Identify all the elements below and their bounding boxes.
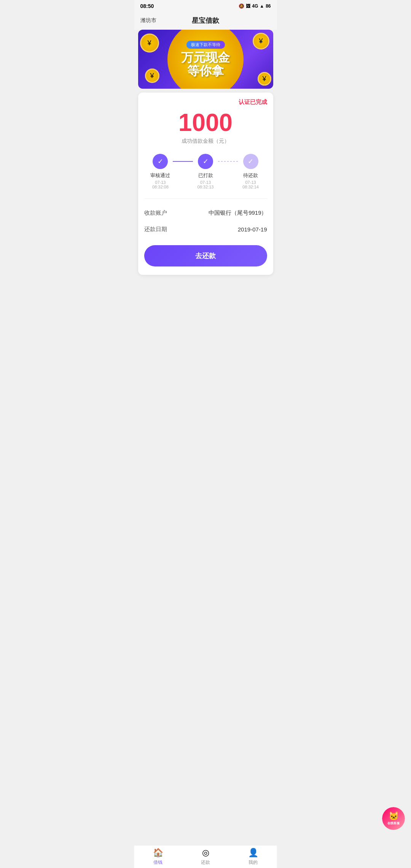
repay-button[interactable]: 去还款 bbox=[144, 245, 267, 266]
app-header: 潍坊市 星宝借款 bbox=[134, 12, 277, 30]
coin-decoration-4: ¥ bbox=[258, 72, 271, 86]
status-bar: 08:50 🔕 🖼 4G ▲ 86 bbox=[134, 0, 277, 12]
nav-repay-label: 还款 bbox=[201, 859, 210, 866]
bottom-navigation: 🏠 借钱 ◎ 还款 👤 我的 bbox=[134, 845, 277, 868]
card-divider bbox=[144, 198, 267, 199]
step-paid-label: 已打款 bbox=[198, 172, 213, 179]
step-paid-icon: ✓ bbox=[198, 154, 213, 169]
status-icons: 🔕 🖼 4G ▲ 86 bbox=[239, 3, 271, 9]
nav-borrow-label: 借钱 bbox=[153, 859, 162, 866]
repay-date-label: 还款日期 bbox=[144, 226, 167, 233]
coin-decoration-1: ¥ bbox=[140, 34, 159, 53]
step-repay-icon: ✓ bbox=[243, 154, 258, 169]
nav-mine[interactable]: 👤 我的 bbox=[229, 846, 277, 868]
coin-decoration-3: ¥ bbox=[253, 33, 269, 49]
step-approved-time: 07-13 08:32:08 bbox=[148, 180, 173, 189]
connector-2 bbox=[218, 161, 238, 162]
nav-repay-icon: ◎ bbox=[202, 848, 209, 858]
coin-decoration-2: ¥ bbox=[145, 69, 159, 83]
loan-status-card: 认证已完成 1000 成功借款金额（元） ✓ 审核通过 07-13 08:32:… bbox=[138, 93, 273, 275]
signal-label: 4G bbox=[252, 3, 258, 9]
banner-main-text: 万元现金 等你拿 bbox=[181, 51, 230, 78]
step-repay-time: 07-13 08:32:14 bbox=[238, 180, 263, 189]
battery-level: 86 bbox=[266, 3, 271, 9]
step-repay-label: 待还款 bbox=[243, 172, 258, 179]
banner-subtitle: 极速下款不等待 bbox=[186, 41, 225, 49]
image-icon: 🖼 bbox=[246, 3, 250, 9]
step-approved-icon: ✓ bbox=[153, 154, 168, 169]
bell-icon: 🔕 bbox=[239, 3, 244, 9]
nav-mine-icon: 👤 bbox=[248, 848, 258, 858]
receiver-label: 收款账户 bbox=[144, 209, 167, 217]
banner-circle: 极速下款不等待 万元现金 等你拿 bbox=[167, 30, 244, 89]
step-paid-time: 07-13 08:32:13 bbox=[193, 180, 218, 189]
receiver-value: 中国银行（尾号9919） bbox=[209, 209, 267, 217]
repay-date-value: 2019-07-19 bbox=[238, 226, 267, 233]
loan-label: 成功借款金额（元） bbox=[144, 138, 267, 145]
step-approved: ✓ 审核通过 07-13 08:32:08 bbox=[148, 154, 173, 189]
connector-1 bbox=[173, 161, 193, 162]
repay-date-row: 还款日期 2019-07-19 bbox=[144, 221, 267, 238]
step-approved-label: 审核通过 bbox=[150, 172, 170, 179]
receiver-row: 收款账户 中国银行（尾号9919） bbox=[144, 205, 267, 221]
step-paid: ✓ 已打款 07-13 08:32:13 bbox=[193, 154, 218, 189]
status-time: 08:50 bbox=[140, 3, 154, 9]
step-repay: ✓ 待还款 07-13 08:32:14 bbox=[238, 154, 263, 189]
promo-banner[interactable]: ¥ ¥ ¥ ¥ 极速下款不等待 万元现金 等你拿 bbox=[138, 30, 273, 89]
nav-repay[interactable]: ◎ 还款 bbox=[182, 846, 229, 868]
nav-mine-label: 我的 bbox=[249, 859, 258, 866]
loan-steps: ✓ 审核通过 07-13 08:32:08 ✓ 已打款 07-13 08:32:… bbox=[144, 154, 267, 189]
signal-icon: ▲ bbox=[260, 3, 264, 9]
nav-borrow[interactable]: 🏠 借钱 bbox=[134, 846, 182, 868]
loan-amount: 1000 bbox=[144, 110, 267, 135]
location-label: 潍坊市 bbox=[140, 17, 156, 24]
cert-status: 认证已完成 bbox=[144, 99, 267, 106]
app-title: 星宝借款 bbox=[192, 16, 219, 25]
nav-borrow-icon: 🏠 bbox=[153, 848, 163, 858]
